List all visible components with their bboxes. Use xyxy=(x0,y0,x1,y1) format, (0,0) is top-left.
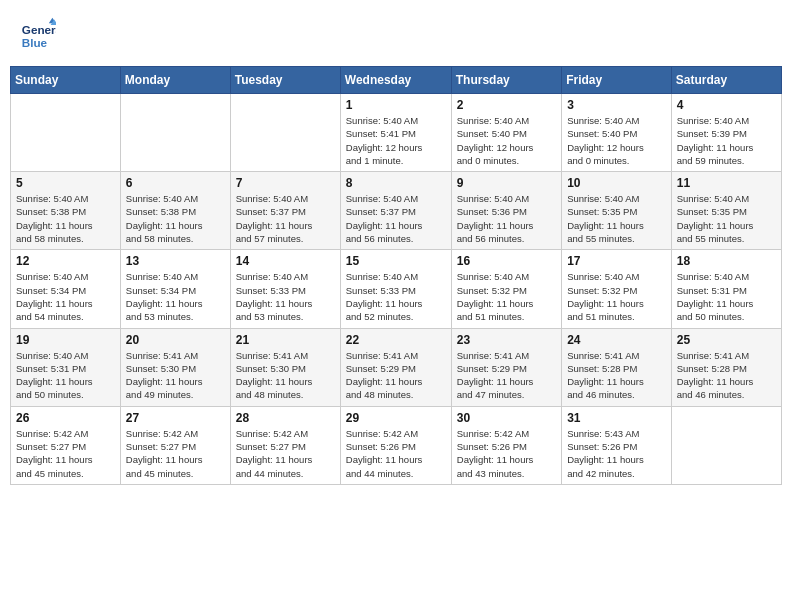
day-info: Sunrise: 5:41 AM Sunset: 5:29 PM Dayligh… xyxy=(457,349,556,402)
calendar-week-row: 1Sunrise: 5:40 AM Sunset: 5:41 PM Daylig… xyxy=(11,94,782,172)
svg-text:Blue: Blue xyxy=(22,36,48,49)
calendar-cell: 5Sunrise: 5:40 AM Sunset: 5:38 PM Daylig… xyxy=(11,172,121,250)
calendar-cell: 28Sunrise: 5:42 AM Sunset: 5:27 PM Dayli… xyxy=(230,406,340,484)
day-info: Sunrise: 5:41 AM Sunset: 5:30 PM Dayligh… xyxy=(126,349,225,402)
day-number: 7 xyxy=(236,176,335,190)
calendar-week-row: 19Sunrise: 5:40 AM Sunset: 5:31 PM Dayli… xyxy=(11,328,782,406)
day-info: Sunrise: 5:40 AM Sunset: 5:40 PM Dayligh… xyxy=(567,114,666,167)
day-info: Sunrise: 5:40 AM Sunset: 5:40 PM Dayligh… xyxy=(457,114,556,167)
calendar-cell: 10Sunrise: 5:40 AM Sunset: 5:35 PM Dayli… xyxy=(562,172,672,250)
calendar-cell: 12Sunrise: 5:40 AM Sunset: 5:34 PM Dayli… xyxy=(11,250,121,328)
day-number: 20 xyxy=(126,333,225,347)
day-number: 27 xyxy=(126,411,225,425)
day-number: 1 xyxy=(346,98,446,112)
day-number: 4 xyxy=(677,98,776,112)
day-info: Sunrise: 5:40 AM Sunset: 5:37 PM Dayligh… xyxy=(346,192,446,245)
day-info: Sunrise: 5:41 AM Sunset: 5:29 PM Dayligh… xyxy=(346,349,446,402)
day-info: Sunrise: 5:42 AM Sunset: 5:27 PM Dayligh… xyxy=(236,427,335,480)
day-number: 29 xyxy=(346,411,446,425)
day-number: 16 xyxy=(457,254,556,268)
calendar-cell: 8Sunrise: 5:40 AM Sunset: 5:37 PM Daylig… xyxy=(340,172,451,250)
day-number: 2 xyxy=(457,98,556,112)
weekday-header-sunday: Sunday xyxy=(11,67,121,94)
day-number: 30 xyxy=(457,411,556,425)
day-number: 15 xyxy=(346,254,446,268)
day-info: Sunrise: 5:40 AM Sunset: 5:34 PM Dayligh… xyxy=(16,270,115,323)
day-info: Sunrise: 5:40 AM Sunset: 5:35 PM Dayligh… xyxy=(567,192,666,245)
calendar-cell: 16Sunrise: 5:40 AM Sunset: 5:32 PM Dayli… xyxy=(451,250,561,328)
calendar-cell: 23Sunrise: 5:41 AM Sunset: 5:29 PM Dayli… xyxy=(451,328,561,406)
day-info: Sunrise: 5:40 AM Sunset: 5:37 PM Dayligh… xyxy=(236,192,335,245)
day-number: 5 xyxy=(16,176,115,190)
day-number: 21 xyxy=(236,333,335,347)
day-info: Sunrise: 5:41 AM Sunset: 5:28 PM Dayligh… xyxy=(567,349,666,402)
day-number: 23 xyxy=(457,333,556,347)
calendar-cell: 27Sunrise: 5:42 AM Sunset: 5:27 PM Dayli… xyxy=(120,406,230,484)
weekday-header-thursday: Thursday xyxy=(451,67,561,94)
day-number: 10 xyxy=(567,176,666,190)
calendar-cell: 31Sunrise: 5:43 AM Sunset: 5:26 PM Dayli… xyxy=(562,406,672,484)
day-info: Sunrise: 5:41 AM Sunset: 5:28 PM Dayligh… xyxy=(677,349,776,402)
day-info: Sunrise: 5:41 AM Sunset: 5:30 PM Dayligh… xyxy=(236,349,335,402)
calendar-header-row: SundayMondayTuesdayWednesdayThursdayFrid… xyxy=(11,67,782,94)
calendar-cell: 17Sunrise: 5:40 AM Sunset: 5:32 PM Dayli… xyxy=(562,250,672,328)
day-info: Sunrise: 5:42 AM Sunset: 5:27 PM Dayligh… xyxy=(126,427,225,480)
calendar-cell: 29Sunrise: 5:42 AM Sunset: 5:26 PM Dayli… xyxy=(340,406,451,484)
calendar-week-row: 5Sunrise: 5:40 AM Sunset: 5:38 PM Daylig… xyxy=(11,172,782,250)
calendar-cell xyxy=(11,94,121,172)
day-number: 11 xyxy=(677,176,776,190)
calendar-cell xyxy=(671,406,781,484)
day-number: 18 xyxy=(677,254,776,268)
day-info: Sunrise: 5:40 AM Sunset: 5:31 PM Dayligh… xyxy=(677,270,776,323)
calendar-cell: 20Sunrise: 5:41 AM Sunset: 5:30 PM Dayli… xyxy=(120,328,230,406)
calendar-cell: 2Sunrise: 5:40 AM Sunset: 5:40 PM Daylig… xyxy=(451,94,561,172)
day-number: 8 xyxy=(346,176,446,190)
logo-icon: General Blue xyxy=(20,16,56,52)
weekday-header-friday: Friday xyxy=(562,67,672,94)
calendar-cell: 30Sunrise: 5:42 AM Sunset: 5:26 PM Dayli… xyxy=(451,406,561,484)
day-number: 26 xyxy=(16,411,115,425)
day-number: 3 xyxy=(567,98,666,112)
weekday-header-monday: Monday xyxy=(120,67,230,94)
calendar-cell: 21Sunrise: 5:41 AM Sunset: 5:30 PM Dayli… xyxy=(230,328,340,406)
calendar-cell: 26Sunrise: 5:42 AM Sunset: 5:27 PM Dayli… xyxy=(11,406,121,484)
day-number: 13 xyxy=(126,254,225,268)
calendar-cell: 22Sunrise: 5:41 AM Sunset: 5:29 PM Dayli… xyxy=(340,328,451,406)
calendar-cell: 18Sunrise: 5:40 AM Sunset: 5:31 PM Dayli… xyxy=(671,250,781,328)
calendar-cell: 4Sunrise: 5:40 AM Sunset: 5:39 PM Daylig… xyxy=(671,94,781,172)
day-info: Sunrise: 5:43 AM Sunset: 5:26 PM Dayligh… xyxy=(567,427,666,480)
calendar-cell: 9Sunrise: 5:40 AM Sunset: 5:36 PM Daylig… xyxy=(451,172,561,250)
calendar-cell: 7Sunrise: 5:40 AM Sunset: 5:37 PM Daylig… xyxy=(230,172,340,250)
day-info: Sunrise: 5:40 AM Sunset: 5:38 PM Dayligh… xyxy=(16,192,115,245)
day-info: Sunrise: 5:40 AM Sunset: 5:36 PM Dayligh… xyxy=(457,192,556,245)
calendar-cell xyxy=(230,94,340,172)
calendar-cell: 14Sunrise: 5:40 AM Sunset: 5:33 PM Dayli… xyxy=(230,250,340,328)
day-number: 19 xyxy=(16,333,115,347)
day-info: Sunrise: 5:40 AM Sunset: 5:32 PM Dayligh… xyxy=(457,270,556,323)
day-number: 17 xyxy=(567,254,666,268)
day-info: Sunrise: 5:40 AM Sunset: 5:34 PM Dayligh… xyxy=(126,270,225,323)
page-header: General Blue xyxy=(10,10,782,58)
day-number: 12 xyxy=(16,254,115,268)
logo: General Blue xyxy=(20,16,60,52)
day-number: 25 xyxy=(677,333,776,347)
day-info: Sunrise: 5:40 AM Sunset: 5:31 PM Dayligh… xyxy=(16,349,115,402)
day-number: 31 xyxy=(567,411,666,425)
day-info: Sunrise: 5:40 AM Sunset: 5:39 PM Dayligh… xyxy=(677,114,776,167)
weekday-header-saturday: Saturday xyxy=(671,67,781,94)
day-info: Sunrise: 5:40 AM Sunset: 5:35 PM Dayligh… xyxy=(677,192,776,245)
day-number: 9 xyxy=(457,176,556,190)
day-info: Sunrise: 5:40 AM Sunset: 5:33 PM Dayligh… xyxy=(346,270,446,323)
day-info: Sunrise: 5:40 AM Sunset: 5:33 PM Dayligh… xyxy=(236,270,335,323)
day-number: 22 xyxy=(346,333,446,347)
calendar-cell: 11Sunrise: 5:40 AM Sunset: 5:35 PM Dayli… xyxy=(671,172,781,250)
calendar-cell: 1Sunrise: 5:40 AM Sunset: 5:41 PM Daylig… xyxy=(340,94,451,172)
calendar-week-row: 26Sunrise: 5:42 AM Sunset: 5:27 PM Dayli… xyxy=(11,406,782,484)
day-number: 24 xyxy=(567,333,666,347)
day-info: Sunrise: 5:42 AM Sunset: 5:26 PM Dayligh… xyxy=(457,427,556,480)
day-number: 14 xyxy=(236,254,335,268)
day-number: 28 xyxy=(236,411,335,425)
calendar-cell: 24Sunrise: 5:41 AM Sunset: 5:28 PM Dayli… xyxy=(562,328,672,406)
weekday-header-tuesday: Tuesday xyxy=(230,67,340,94)
calendar-table: SundayMondayTuesdayWednesdayThursdayFrid… xyxy=(10,66,782,485)
